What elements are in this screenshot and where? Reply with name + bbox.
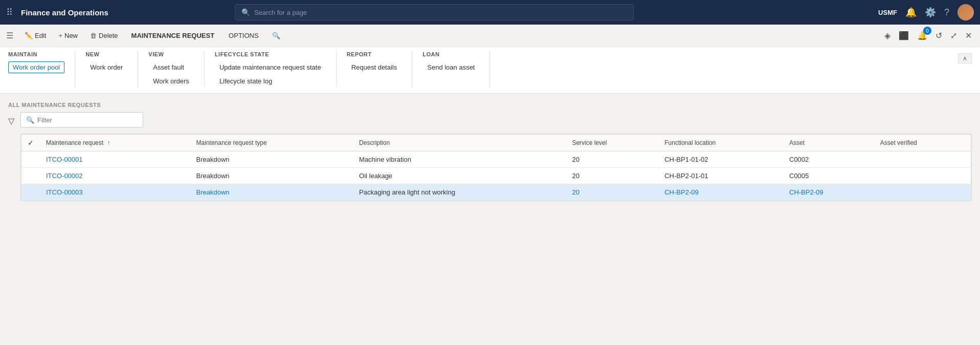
col-asset[interactable]: Asset [783,135,874,152]
row-asset: C0002 [783,152,874,168]
filter-bar[interactable]: 🔍 [20,112,143,127]
ribbon-btn-asset-fault[interactable]: Asset fault [148,61,189,73]
app-title: Finance and Operations [21,8,108,17]
ribbon-btn-work-orders[interactable]: Work orders [148,75,194,87]
hamburger-icon[interactable]: ☰ [6,31,13,40]
diamond-icon[interactable]: ◈ [882,29,893,42]
ribbon-btn-work-order-pool[interactable]: Work order pool [8,61,64,73]
toolbar-right: ◈ ⬛ 🔔 0 ↺ ⤢ ✕ [882,29,974,42]
new-button[interactable]: + New [53,30,83,41]
ribbon-btn-update-state[interactable]: Update maintenance request state [215,61,326,73]
row-functional-location: CH-BP1-01-02 [658,152,783,168]
ribbon-group-loan-label: LOAN [422,51,479,57]
table-row[interactable]: ITCO-00002 Breakdown Oil leakage 20 CH-B… [21,168,971,184]
row-service-level: 20 [566,168,658,184]
filter-input[interactable] [37,116,138,124]
row-id[interactable]: ITCO-00001 [40,152,190,168]
toolbar-search-button[interactable]: 🔍 [267,30,285,41]
top-nav-right: USMF 🔔 ⚙️ ? [878,4,974,20]
ribbon-group-view-items: Asset fault Work orders [148,61,194,87]
row-check[interactable] [21,168,40,184]
ribbon-group-loan-items: Send loan asset [422,61,479,73]
ribbon-group-view: VIEW Asset fault Work orders [148,51,205,87]
ribbon-group-maintain-label: MAINTAIN [8,51,64,57]
toolbar: ☰ ✏️ Edit + New 🗑 Delete MAINTENANCE REQ… [0,25,980,47]
data-table-container: ✓ Maintenance request ↑ Maintenance requ… [20,134,972,201]
ribbon-group-report-label: REPORT [347,51,402,57]
global-search-bar[interactable]: 🔍 [235,4,634,20]
settings-icon[interactable]: ⚙️ [925,7,936,18]
edit-icon: ✏️ [25,32,33,39]
ribbon-group-lifecycle-label: LIFECYCLE STATE [215,51,326,57]
ribbon-group-maintain-items: Work order pool [8,61,64,73]
sort-icon: ↑ [107,139,110,146]
filter-icon[interactable]: ▽ [8,116,14,126]
grid-icon[interactable]: ⠿ [6,7,13,18]
ribbon-btn-work-order[interactable]: Work order [85,61,127,73]
row-service-level: 20 [566,152,658,168]
row-functional-location: CH-BP2-01-01 [658,168,783,184]
row-asset-verified [874,184,971,201]
row-id[interactable]: ITCO-00002 [40,168,190,184]
ribbon-group-report: REPORT Request details [347,51,413,87]
close-button[interactable]: ✕ [963,29,974,42]
col-functional-location[interactable]: Functional location [658,135,783,152]
col-maintenance-request[interactable]: Maintenance request ↑ [40,135,190,152]
tab-maintenance-request[interactable]: MAINTENANCE REQUEST [125,30,221,41]
ribbon-group-view-label: VIEW [148,51,194,57]
refresh-button[interactable]: ↺ [933,29,944,42]
row-id[interactable]: ITCO-00003 [40,184,190,201]
notification-badge: 0 [923,27,931,35]
col-service-level[interactable]: Service level [566,135,658,152]
search-icon-top: 🔍 [241,8,250,16]
top-nav: ⠿ Finance and Operations 🔍 USMF 🔔 ⚙️ ? [0,0,980,25]
row-check[interactable] [21,152,40,168]
row-service-level: 20 [566,184,658,201]
delete-icon: 🗑 [90,32,97,39]
tab-options[interactable]: OPTIONS [222,30,265,41]
delete-button[interactable]: 🗑 Delete [85,30,123,41]
notification-icon-wrapper: 🔔 0 [915,29,929,42]
ribbon-group-report-items: Request details [347,61,402,73]
ribbon: MAINTAIN Work order pool NEW Work order … [0,47,980,94]
row-description: Machine vibration [353,152,566,168]
ribbon-group-new: NEW Work order [85,51,138,87]
bell-icon[interactable]: 🔔 [905,7,917,18]
col-asset-verified[interactable]: Asset verified [874,135,971,152]
row-type: Breakdown [190,152,353,168]
row-asset: C0005 [783,168,874,184]
ribbon-group-lifecycle-items: Update maintenance request state Lifecyc… [215,61,326,87]
global-search-input[interactable] [254,9,627,16]
add-icon: + [58,32,62,39]
ribbon-btn-lifecycle-log[interactable]: Lifecycle state log [215,75,277,87]
ribbon-group-loan: LOAN Send loan asset [422,51,490,87]
col-description[interactable]: Description [353,135,566,152]
row-check[interactable] [21,184,40,201]
col-check: ✓ [21,135,40,152]
open-button[interactable]: ⤢ [948,29,959,42]
row-description: Packaging area light not working [353,184,566,201]
row-description: Oil leakage [353,168,566,184]
help-icon[interactable]: ? [944,7,949,18]
company-label: USMF [878,9,897,16]
edit-button[interactable]: ✏️ Edit [19,30,51,41]
row-type: Breakdown [190,168,353,184]
row-functional-location: CH-BP2-09 [658,184,783,201]
avatar[interactable] [957,4,974,20]
row-type: Breakdown [190,184,353,201]
ribbon-group-new-label: NEW [85,51,127,57]
office-icon[interactable]: ⬛ [897,29,911,42]
ribbon-collapse-button[interactable]: ∧ [958,53,972,63]
table-row[interactable]: ITCO-00003 Breakdown Packaging area ligh… [21,184,971,201]
row-asset-verified [874,152,971,168]
maintenance-table: ✓ Maintenance request ↑ Maintenance requ… [21,134,971,201]
ribbon-btn-send-loan-asset[interactable]: Send loan asset [422,61,479,73]
content-area: ALL MAINTENANCE REQUESTS ▽ 🔍 [0,94,980,201]
ribbon-btn-request-details[interactable]: Request details [347,61,402,73]
table-row[interactable]: ITCO-00001 Breakdown Machine vibration 2… [21,152,971,168]
row-asset: CH-BP2-09 [783,184,874,201]
ribbon-group-lifecycle: LIFECYCLE STATE Update maintenance reque… [215,51,337,87]
col-request-type[interactable]: Maintenance request type [190,135,353,152]
ribbon-group-maintain: MAINTAIN Work order pool [8,51,75,87]
ribbon-group-new-items: Work order [85,61,127,73]
